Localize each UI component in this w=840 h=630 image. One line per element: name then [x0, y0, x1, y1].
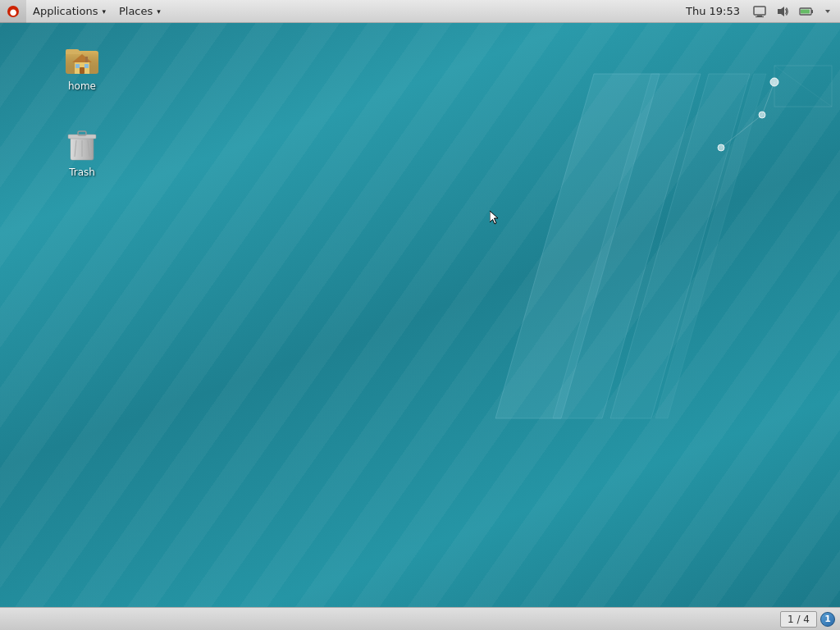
places-chevron: ▾ [157, 7, 161, 16]
svg-text:●: ● [10, 7, 17, 16]
battery-icon [799, 5, 814, 18]
screen-tray-item[interactable] [750, 0, 769, 23]
workspace-label[interactable]: 1 / 4 [780, 611, 817, 628]
clock[interactable]: Thu 19:53 [679, 0, 746, 23]
taskbar-left: ● Applications ▾ Places ▾ [0, 0, 679, 23]
tray-dropdown[interactable] [820, 0, 835, 23]
places-label: Places [119, 5, 153, 17]
battery-tray-item[interactable] [796, 0, 817, 23]
tray-chevron-icon [824, 7, 832, 16]
volume-icon [776, 5, 789, 18]
trash-label: Trash [69, 167, 95, 178]
home-icon-image [62, 38, 102, 77]
workspace-circle[interactable]: 1 [820, 612, 835, 627]
applications-menu[interactable]: Applications ▾ [26, 0, 112, 23]
svg-line-10 [774, 66, 832, 107]
svg-rect-19 [801, 9, 810, 13]
svg-rect-13 [754, 7, 765, 15]
svg-rect-28 [85, 57, 88, 62]
applications-chevron: ▾ [102, 7, 106, 16]
desktop-decoration [430, 41, 840, 451]
app-logo: ● [0, 0, 26, 23]
screen-icon [753, 5, 766, 18]
workspace-indicator: 1 / 4 1 [0, 607, 840, 630]
volume-tray-item[interactable] [773, 0, 792, 23]
trash-icon-image [62, 124, 102, 163]
svg-marker-20 [825, 10, 830, 13]
taskbar: ● Applications ▾ Places ▾ Thu 19:53 [0, 0, 840, 23]
home-label: home [68, 80, 96, 92]
svg-rect-35 [78, 131, 86, 135]
trash-icon[interactable]: Trash [45, 119, 119, 183]
svg-marker-16 [778, 7, 784, 16]
svg-rect-18 [811, 10, 813, 13]
workspace-pager: 1 / 4 1 [780, 611, 835, 628]
desktop: ● Applications ▾ Places ▾ Thu 19:53 [0, 0, 840, 630]
svg-line-8 [762, 82, 774, 115]
home-icon[interactable]: home [45, 33, 119, 97]
places-menu[interactable]: Places ▾ [112, 0, 167, 23]
svg-rect-25 [80, 67, 84, 74]
svg-rect-26 [75, 64, 80, 68]
applications-label: Applications [33, 5, 98, 17]
svg-rect-27 [84, 64, 89, 68]
taskbar-right: Thu 19:53 [679, 0, 840, 23]
